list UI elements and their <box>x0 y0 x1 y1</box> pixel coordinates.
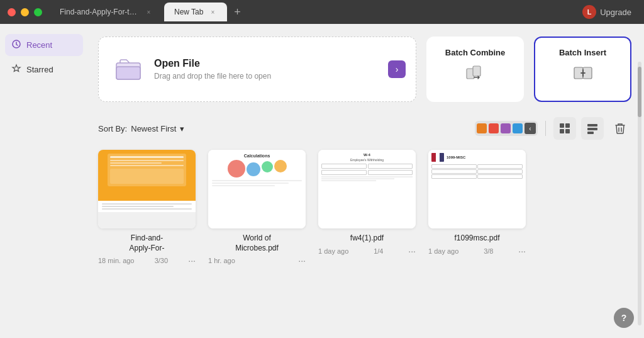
tab-find-apply[interactable]: Find-and-Apply-For-the-B × <box>50 3 163 21</box>
open-file-card[interactable]: Open File Drag and drop the file here to… <box>98 37 416 102</box>
file-more-2[interactable]: ··· <box>298 256 306 266</box>
list-view-button[interactable] <box>581 117 604 140</box>
file-meta-4: 1 day ago 3/8 ··· <box>428 246 526 256</box>
open-file-icon <box>114 54 144 84</box>
batch-combine-label: Batch Combine <box>445 48 505 57</box>
color-dot-red[interactable] <box>489 123 499 133</box>
main-layout: Recent Starred <box>0 24 644 338</box>
maximize-button[interactable] <box>34 8 42 16</box>
file-time-4: 1 day ago <box>428 247 458 255</box>
add-tab-button[interactable]: + <box>228 3 246 21</box>
traffic-lights <box>8 8 42 16</box>
file-more-3[interactable]: ··· <box>408 246 416 256</box>
open-file-text: Open File Drag and drop the file here to… <box>154 58 271 81</box>
color-dot-orange[interactable] <box>477 123 487 133</box>
color-dot-purple[interactable] <box>501 123 511 133</box>
file-more-4[interactable]: ··· <box>518 246 526 256</box>
svg-rect-12 <box>587 124 597 127</box>
file-thumbnail-2: Calculations <box>208 150 306 228</box>
list-view-icon <box>586 122 599 135</box>
file-name-4: f1099msc.pdf <box>454 234 499 244</box>
file-card-1[interactable]: Find-and-Apply-For- 18 min. ago 3/30 ··· <box>98 150 196 266</box>
color-filter[interactable]: ‹ <box>475 121 538 136</box>
batch-combine-icon <box>464 64 487 91</box>
file-pages-3: 1/4 <box>374 247 383 255</box>
upgrade-label: Upgrade <box>600 8 631 17</box>
sidebar-item-recent[interactable]: Recent <box>5 34 83 56</box>
tab-new[interactable]: New Tab × <box>164 3 227 21</box>
svg-rect-8 <box>560 123 564 128</box>
file-time-1: 18 min. ago <box>98 257 134 264</box>
file-pages-1: 3/30 <box>155 257 168 264</box>
recent-icon <box>11 39 21 51</box>
tab-close-new-icon[interactable]: × <box>208 8 217 16</box>
scrollbar-track <box>638 62 641 325</box>
file-meta-1: 18 min. ago 3/30 ··· <box>98 256 196 266</box>
file-thumbnail-4: 1099-MISC <box>428 150 526 228</box>
svg-rect-9 <box>565 123 570 128</box>
tab-bar: Find-and-Apply-For-the-B × New Tab × + <box>50 3 577 21</box>
avatar: L <box>582 5 596 19</box>
svg-rect-14 <box>587 132 594 134</box>
file-more-1[interactable]: ··· <box>188 256 196 266</box>
sort-actions: ‹ <box>475 117 631 140</box>
delete-button[interactable] <box>609 117 631 140</box>
file-card-2[interactable]: Calculations Wo <box>208 150 306 266</box>
file-card-3[interactable]: W-4 Employee's Withholding fw4(1).p <box>318 150 416 266</box>
sort-arrow-icon: ▾ <box>180 124 184 133</box>
scrollbar-thumb[interactable] <box>638 67 641 117</box>
svg-rect-10 <box>560 129 564 133</box>
tab-label-new: New Tab <box>174 8 203 16</box>
file-time-3: 1 day ago <box>318 247 348 255</box>
sidebar-item-starred-label: Starred <box>26 65 53 74</box>
upgrade-button[interactable]: L Upgrade <box>577 3 636 21</box>
close-button[interactable] <box>8 8 16 16</box>
minimize-button[interactable] <box>21 8 29 16</box>
file-thumbnail-1 <box>98 150 196 228</box>
sort-bar: Sort By: Newest First ▾ ‹ <box>98 117 631 140</box>
svg-rect-13 <box>587 128 597 130</box>
color-dot-blue[interactable] <box>513 123 523 133</box>
sidebar: Recent Starred <box>0 24 88 338</box>
tab-close-icon[interactable]: × <box>145 8 153 16</box>
open-file-arrow-button[interactable]: › <box>388 60 406 78</box>
file-meta-2: 1 hr. ago ··· <box>208 256 306 266</box>
tab-label: Find-and-Apply-For-the-B <box>60 8 140 16</box>
svg-rect-4 <box>473 66 480 76</box>
starred-icon <box>11 64 21 76</box>
file-name-3: fw4(1).pdf <box>350 234 384 244</box>
svg-rect-2 <box>116 67 140 79</box>
sidebar-item-recent-label: Recent <box>26 40 52 50</box>
color-filter-arrow-icon[interactable]: ‹ <box>525 123 536 134</box>
top-cards: Open File Drag and drop the file here to… <box>98 37 631 102</box>
sort-label: Sort By: <box>98 124 127 133</box>
file-pages-4: 3/8 <box>484 247 493 255</box>
divider <box>545 121 546 136</box>
file-card-4[interactable]: 1099-MISC f1099msc.pdf <box>428 150 526 266</box>
file-name-2: World ofMicrobes.pdf <box>235 234 279 253</box>
open-file-subtitle: Drag and drop the file here to open <box>154 72 271 81</box>
batch-insert-icon <box>572 64 594 91</box>
file-meta-3: 1 day ago 1/4 ··· <box>318 246 416 256</box>
help-icon: ? <box>621 313 627 323</box>
file-grid: Find-and-Apply-For- 18 min. ago 3/30 ···… <box>98 150 631 266</box>
svg-rect-11 <box>565 129 570 133</box>
content-area: Open File Drag and drop the file here to… <box>88 24 644 338</box>
trash-icon <box>613 121 627 135</box>
file-name-1: Find-and-Apply-For- <box>129 234 164 253</box>
grid-view-icon <box>558 122 571 135</box>
batch-combine-card[interactable]: Batch Combine <box>426 37 524 102</box>
help-button[interactable]: ? <box>614 308 634 328</box>
batch-insert-card[interactable]: Batch Insert <box>534 37 631 102</box>
file-thumbnail-3: W-4 Employee's Withholding <box>318 150 416 228</box>
sort-value: Newest First <box>131 124 176 133</box>
open-file-title: Open File <box>154 58 271 69</box>
grid-view-button[interactable] <box>553 117 576 140</box>
sort-by-control[interactable]: Sort By: Newest First ▾ <box>98 124 184 133</box>
sidebar-item-starred[interactable]: Starred <box>5 59 83 81</box>
title-bar: Find-and-Apply-For-the-B × New Tab × + L… <box>0 0 644 24</box>
batch-insert-label: Batch Insert <box>559 48 606 57</box>
file-time-2: 1 hr. ago <box>208 257 235 264</box>
